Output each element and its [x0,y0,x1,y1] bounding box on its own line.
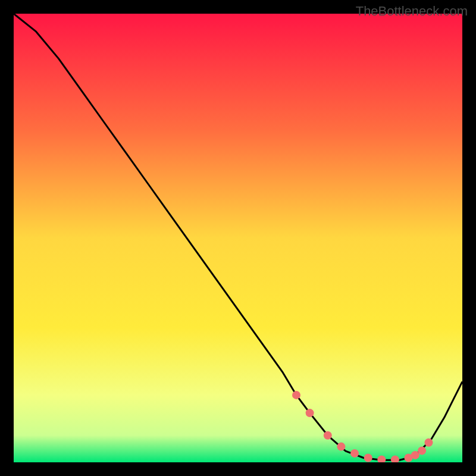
marker-dot [337,443,345,451]
marker-dot [425,439,433,447]
marker-dot [292,391,300,399]
marker-dot [377,456,386,463]
marker-dot [391,456,399,463]
watermark-text: TheBottleneck.com [356,4,468,19]
marker-dot [418,446,426,455]
marker-dot [364,454,372,462]
marker-dot [350,449,359,458]
plot-area [14,14,462,462]
marker-dot [324,431,332,440]
marker-dot [306,409,314,417]
highlight-dots [14,14,462,462]
